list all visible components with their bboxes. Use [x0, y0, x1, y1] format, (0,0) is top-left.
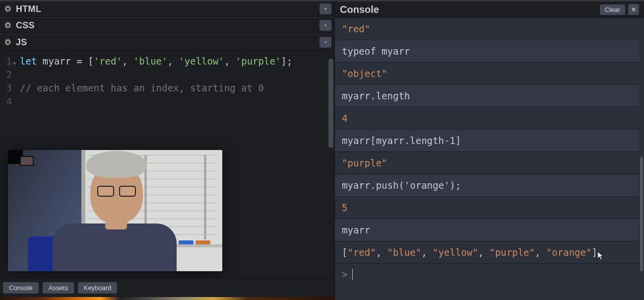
decorative-strip	[0, 297, 334, 300]
js-panel-header[interactable]: JS	[0, 34, 334, 51]
html-panel-header[interactable]: HTML	[0, 0, 334, 17]
console-input-row: myarr.length	[335, 85, 639, 107]
console-body[interactable]: "red"typeof myarr"object"myarr.length4my…	[335, 18, 644, 300]
chevron-down-icon[interactable]	[320, 3, 331, 14]
console-output-row: "red"	[335, 18, 639, 40]
console-prompt[interactable]: >	[335, 264, 639, 285]
gear-icon[interactable]	[3, 20, 13, 30]
console-toggle-button[interactable]: Console	[3, 282, 39, 294]
console-input-row: myarr	[335, 219, 639, 241]
console-scrollbar[interactable]	[639, 18, 644, 300]
console-header: Console Clear	[335, 0, 644, 18]
chevron-down-icon[interactable]	[320, 37, 331, 48]
close-icon[interactable]	[628, 4, 639, 15]
console-input-row: myarr[myarr.length-1]	[335, 130, 639, 152]
console-output-row: ["red", "blue", "yellow", "purple", "ora…	[335, 241, 639, 264]
keyboard-button[interactable]: Keyboard	[78, 282, 118, 294]
editor-code[interactable]: let myarr = ['red', 'blue', 'yellow', 'p…	[20, 55, 334, 95]
css-panel-title: CSS	[16, 20, 35, 31]
chevron-down-icon[interactable]	[320, 20, 331, 31]
console-output-row: 4	[335, 107, 639, 130]
editor-scrollbar[interactable]	[327, 58, 334, 300]
webcam-overlay	[8, 150, 222, 271]
fold-caret-icon[interactable]: ▼	[13, 57, 16, 70]
console-output-row: "purple"	[335, 152, 639, 174]
console-title: Console	[340, 4, 379, 15]
console-input-row: myarr.push('orange');	[335, 174, 639, 197]
css-panel-header[interactable]: CSS	[0, 17, 334, 34]
gear-icon[interactable]	[3, 37, 13, 47]
js-panel-title: JS	[16, 37, 27, 48]
console-output-row: "object"	[335, 63, 639, 85]
clear-button[interactable]: Clear	[600, 4, 625, 15]
bottom-bar: Console Assets Keyboard	[0, 278, 334, 297]
gear-icon[interactable]	[3, 4, 13, 14]
console-input-row: typeof myarr	[335, 40, 639, 63]
console-output-row: 5	[335, 197, 639, 219]
html-panel-title: HTML	[16, 4, 41, 14]
prompt-caret-icon: >	[342, 269, 347, 280]
assets-button[interactable]: Assets	[43, 282, 74, 294]
